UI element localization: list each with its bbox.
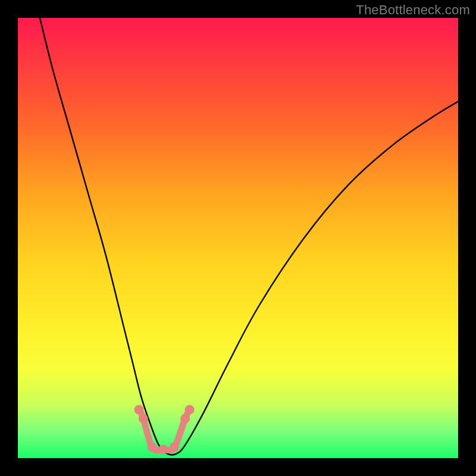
marker-dot bbox=[148, 443, 157, 452]
marker-dot bbox=[158, 444, 168, 454]
chart-frame: TheBottleneck.com bbox=[0, 0, 476, 476]
curve-svg bbox=[18, 18, 458, 458]
marker-dot bbox=[134, 405, 144, 415]
watermark-text: TheBottleneck.com bbox=[356, 2, 470, 18]
plot-area bbox=[18, 18, 458, 458]
bottleneck-curve bbox=[40, 18, 458, 455]
curve-layer bbox=[40, 18, 458, 455]
marker-layer bbox=[134, 405, 195, 455]
marker-dot bbox=[170, 443, 179, 452]
marker-dot bbox=[185, 405, 195, 415]
marker-dot bbox=[180, 414, 190, 423]
marker-dot bbox=[139, 414, 148, 423]
